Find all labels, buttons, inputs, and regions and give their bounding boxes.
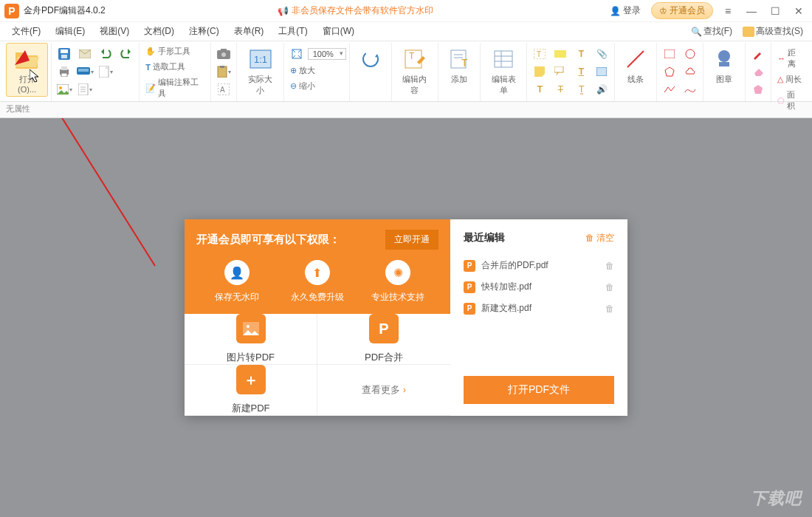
svg-rect-1 xyxy=(61,49,68,53)
pdf-merge-tile[interactable]: P PDF合并 xyxy=(317,314,450,365)
watermark-text: 下载吧 xyxy=(751,487,802,510)
recent-file-item[interactable]: P快转加密.pdf🗑 xyxy=(464,276,614,298)
image-to-pdf-tile[interactable]: 图片转PDF xyxy=(185,314,317,365)
blank-page-button[interactable]: ▾ xyxy=(96,64,115,80)
text-color-button[interactable]: T xyxy=(571,46,591,62)
menu-file[interactable]: 文件(F) xyxy=(4,23,48,40)
area-icon: ⬠ xyxy=(777,96,785,106)
edit-form-button[interactable]: 编辑表单 xyxy=(484,43,523,99)
print-button[interactable] xyxy=(55,64,74,80)
mail-button[interactable] xyxy=(75,46,94,62)
redo-button[interactable] xyxy=(117,46,136,62)
menu-more-button[interactable]: ≡ xyxy=(719,5,737,17)
svg-point-46 xyxy=(718,50,730,62)
undo-button[interactable] xyxy=(96,46,115,62)
polyline-shape-button[interactable] xyxy=(660,81,679,97)
fit-page-button[interactable] xyxy=(287,46,306,62)
find-button[interactable]: 🔍 查找(F) xyxy=(687,24,737,39)
menu-view[interactable]: 视图(V) xyxy=(92,23,137,40)
snapshot-button[interactable] xyxy=(214,46,233,62)
svg-rect-2 xyxy=(61,55,67,58)
perimeter-label: 周长 xyxy=(785,74,802,85)
rect-shape-button[interactable] xyxy=(660,46,679,62)
textbox-button[interactable]: T xyxy=(530,46,549,62)
scanner-button[interactable]: ▾ xyxy=(75,64,94,80)
advanced-find-button[interactable]: 高级查找(S) xyxy=(738,24,808,39)
circle-shape-button[interactable] xyxy=(681,46,700,62)
open-file-button[interactable]: 打开(O)... xyxy=(6,43,48,97)
minimize-button[interactable]: — xyxy=(743,5,760,17)
callout-button[interactable] xyxy=(551,64,570,80)
close-button[interactable]: ✕ xyxy=(790,5,808,17)
zoom-in-button[interactable]: ⊕放大 xyxy=(287,64,346,78)
login-button[interactable]: 👤 登录 xyxy=(605,3,645,18)
crown-icon: ♔ xyxy=(659,6,667,16)
menu-bar: 文件(F) 编辑(E) 视图(V) 文档(D) 注释(C) 表单(R) 工具(T… xyxy=(0,22,812,41)
highlight-button[interactable] xyxy=(551,46,570,62)
perimeter-button[interactable]: △周长 xyxy=(774,72,806,86)
new-document-button[interactable]: ▾ xyxy=(75,81,94,97)
clear-recent-button[interactable]: 🗑清空 xyxy=(585,232,614,244)
pencil-button[interactable] xyxy=(749,46,768,62)
save-button[interactable] xyxy=(55,46,74,62)
freehand-shape-button[interactable] xyxy=(681,81,700,97)
strikeout-button[interactable]: T xyxy=(551,81,570,97)
sound-button[interactable]: 🔊 xyxy=(592,81,611,97)
annotate-tool-button[interactable]: 📝编辑注释工具 xyxy=(142,75,207,100)
menu-form[interactable]: 表单(R) xyxy=(227,23,272,40)
new-pdf-tile[interactable]: ＋ 新建PDF xyxy=(185,365,317,416)
actual-size-icon: 1:1 xyxy=(247,46,274,72)
open-pdf-file-button[interactable]: 打开PDF文件 xyxy=(464,376,614,404)
image-annot-button[interactable] xyxy=(592,64,611,80)
export-image-button[interactable]: ▾ xyxy=(55,81,74,97)
delete-recent-button[interactable]: 🗑 xyxy=(605,261,614,271)
img2pdf-label: 图片转PDF xyxy=(227,351,275,364)
annotate-icon: 📝 xyxy=(145,83,156,93)
rotate-button[interactable] xyxy=(353,43,388,86)
menu-edit[interactable]: 编辑(E) xyxy=(48,23,92,40)
feature-label-1: 保存无水印 xyxy=(196,291,277,304)
shape-fill-button[interactable] xyxy=(749,81,768,97)
stamp-label: 图章 xyxy=(716,74,732,85)
underline-button[interactable]: T xyxy=(571,64,591,80)
squiggly-button[interactable]: T̰ xyxy=(571,81,591,97)
person-icon: 👤 xyxy=(224,260,250,285)
more-label: 查看更多 xyxy=(362,384,400,395)
open-vip-button[interactable]: ♔ 开通会员 xyxy=(651,2,713,19)
svg-rect-40 xyxy=(554,66,563,72)
hand-icon: ✋ xyxy=(145,47,156,56)
menu-document[interactable]: 文档(D) xyxy=(137,23,182,40)
recent-file-item[interactable]: P合并后的PDF.pdf🗑 xyxy=(464,255,614,276)
select-tool-button[interactable]: T选取工具 xyxy=(142,60,207,74)
recent-file-item[interactable]: P新建文档.pdf🗑 xyxy=(464,298,614,319)
edit-content-button[interactable]: T 编辑内容 xyxy=(395,43,435,99)
cloud-shape-button[interactable] xyxy=(681,64,700,80)
menu-comment[interactable]: 注释(C) xyxy=(182,23,227,40)
polygon-shape-button[interactable] xyxy=(660,64,679,80)
zoom-combo[interactable]: 100% xyxy=(308,48,346,60)
eraser-button[interactable] xyxy=(749,64,768,80)
attach-button[interactable]: 📎 xyxy=(592,46,611,62)
add-label: 添加 xyxy=(451,74,467,85)
menu-window[interactable]: 窗口(W) xyxy=(315,23,362,40)
app-title: 金舟PDF编辑器4.0.2 xyxy=(24,4,106,17)
pdf-file-icon: P xyxy=(464,260,475,272)
distance-button[interactable]: ↔距离 xyxy=(774,46,806,71)
stamp-button[interactable]: 图章 xyxy=(706,43,742,88)
delete-recent-button[interactable]: 🗑 xyxy=(605,304,614,314)
add-button[interactable]: T 添加 xyxy=(441,43,477,88)
maximize-button[interactable]: ☐ xyxy=(766,5,784,17)
note-button[interactable] xyxy=(530,64,549,80)
view-more-tile[interactable]: 查看更多 › xyxy=(317,365,450,416)
area-button[interactable]: ⬠面积 xyxy=(774,88,806,113)
hand-tool-button[interactable]: ✋手形工具 xyxy=(142,44,207,58)
line-tool-button[interactable]: 线条 xyxy=(618,43,653,88)
actual-size-button[interactable]: 1:1 实际大小 xyxy=(240,43,280,99)
textedit-button[interactable]: T xyxy=(530,81,549,97)
zoom-out-button[interactable]: ⊖缩小 xyxy=(287,79,346,93)
ocr-button[interactable]: A xyxy=(214,81,233,97)
clipboard-button[interactable]: ▾ xyxy=(214,64,233,80)
delete-recent-button[interactable]: 🗑 xyxy=(605,282,614,292)
open-vip-now-button[interactable]: 立即开通 xyxy=(385,230,438,250)
menu-tools[interactable]: 工具(T) xyxy=(271,23,314,40)
